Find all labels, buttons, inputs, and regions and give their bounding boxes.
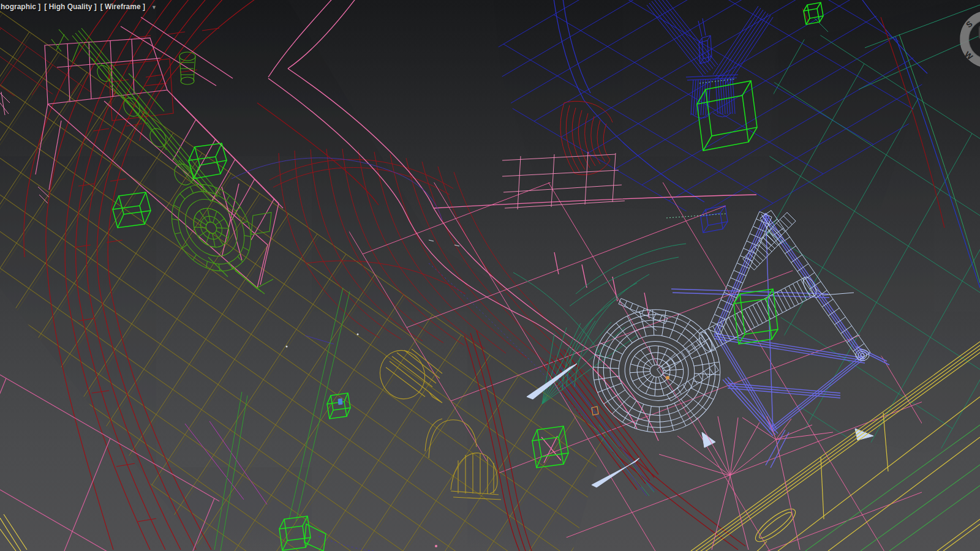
viewport-quality-label[interactable]: [ High Quality ] <box>44 2 96 11</box>
olive-grid-fine <box>0 0 895 551</box>
pink-upper-grid <box>502 152 625 209</box>
blue-pivot-dot <box>338 399 342 405</box>
vertex-dots <box>286 240 460 547</box>
rightedge-green-line <box>899 34 980 283</box>
crimson-fuselage-bundle <box>257 103 745 551</box>
red-leading-edge-arcs <box>24 0 261 550</box>
viewport-pov-label[interactable]: hographic ] <box>1 2 40 11</box>
viewport-canvas[interactable]: { "viewport": { "label_left": "hographic… <box>0 0 980 551</box>
viewport-menu-arrow-icon[interactable]: ▼ <box>151 4 157 10</box>
red-fillet-patch <box>560 101 612 174</box>
yellow-corner-lines <box>0 514 27 551</box>
red-right-curve <box>802 9 944 228</box>
red-wheelwell-fan <box>270 149 610 384</box>
viewport-shading-label[interactable]: [ Wireframe ] <box>100 2 145 11</box>
viewcube-compass[interactable]: S W <box>960 11 980 67</box>
green-diagonal-lines <box>214 288 350 551</box>
blue-fuselage-grid <box>453 0 980 233</box>
lightblue-gear-struts <box>619 211 870 401</box>
teal-topright-lines <box>815 5 980 89</box>
gear-wheel <box>579 295 734 446</box>
rightedge-blue-line <box>895 37 980 288</box>
pink-gearbay-cage <box>36 17 283 288</box>
pink-fan-lines <box>659 416 833 550</box>
selection-boxes <box>113 2 823 551</box>
green-runway-lines <box>805 425 980 551</box>
blue-gearbay-strut <box>647 0 773 118</box>
pink-center-mesh <box>318 0 980 551</box>
magenta-lines <box>185 421 267 504</box>
pink-left-bits <box>0 92 49 203</box>
indigo-curves <box>232 158 654 496</box>
wireframe-scene[interactable]: S W <box>0 0 980 551</box>
viewport-label: hographic ] [ High Quality ] [ Wireframe… <box>1 2 157 11</box>
